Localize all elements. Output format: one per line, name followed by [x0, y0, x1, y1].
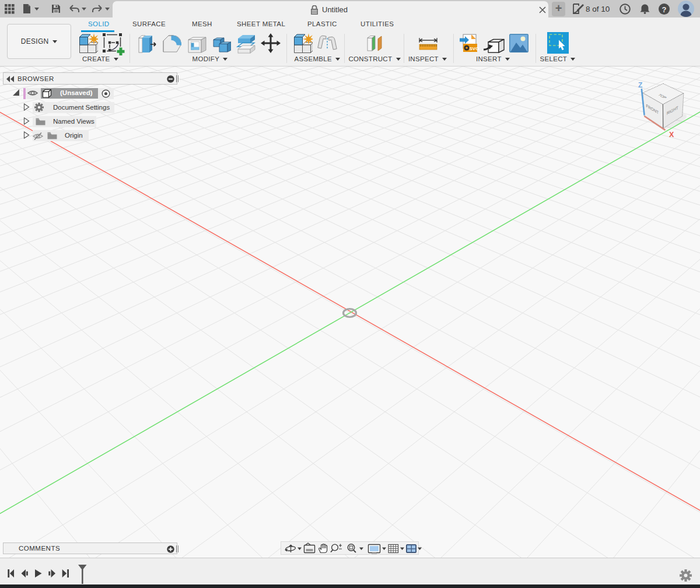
- svg-text:SVG: SVG: [470, 46, 480, 51]
- svg-text:Z: Z: [638, 81, 642, 89]
- svg-text:X: X: [669, 131, 674, 139]
- svg-text:?: ?: [662, 5, 667, 14]
